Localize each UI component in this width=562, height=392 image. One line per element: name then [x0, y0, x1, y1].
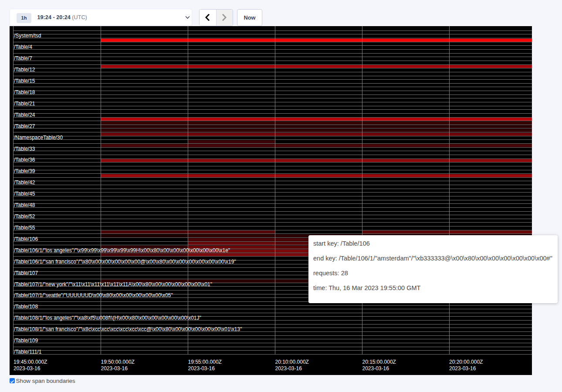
svg-text:20:15:00.000Z: 20:15:00.000Z — [362, 359, 396, 365]
svg-text:/Table/106/1/"los angeles"/"\x: /Table/106/1/"los angeles"/"\x99\x99\x99… — [14, 247, 230, 253]
svg-text:/Table/7: /Table/7 — [14, 55, 32, 61]
svg-text:/Table/48: /Table/48 — [14, 202, 35, 208]
svg-text:/Table/109: /Table/109 — [14, 338, 38, 344]
svg-text:/Table/21: /Table/21 — [14, 101, 35, 107]
svg-text:/Table/107/1/"new york"/"\x11\: /Table/107/1/"new york"/"\x11\x11\x11\x1… — [14, 281, 212, 287]
svg-text:2023-03-16: 2023-03-16 — [188, 365, 215, 372]
svg-text:/Table/4: /Table/4 — [14, 44, 32, 50]
svg-text:/Table/27: /Table/27 — [14, 123, 35, 129]
svg-text:2023-03-16: 2023-03-16 — [449, 365, 476, 372]
svg-text:/Table/107/1/"seattle"/"UUUUUU: /Table/107/1/"seattle"/"UUUUUUD\x00\x80\… — [14, 292, 173, 298]
svg-text:/System/tsd: /System/tsd — [14, 33, 41, 39]
svg-text:2023-03-16: 2023-03-16 — [101, 365, 128, 372]
svg-text:/Table/106/1/"san francisco"/": /Table/106/1/"san francisco"/"\x80\x00\x… — [14, 259, 236, 265]
svg-text:/NamespaceTable/30: /NamespaceTable/30 — [14, 135, 63, 141]
svg-text:/Table/42: /Table/42 — [14, 179, 35, 186]
svg-text:/Table/39: /Table/39 — [14, 168, 35, 174]
svg-text:/Table/15: /Table/15 — [14, 78, 35, 84]
svg-text:2023-03-16: 2023-03-16 — [14, 365, 41, 372]
svg-text:/Table/52: /Table/52 — [14, 213, 35, 220]
svg-text:2023-03-16: 2023-03-16 — [275, 365, 302, 372]
svg-text:/Table/12: /Table/12 — [14, 67, 35, 73]
svg-text:/Table/111/1: /Table/111/1 — [14, 349, 42, 355]
svg-text:2023-03-16: 2023-03-16 — [362, 365, 389, 372]
svg-text:/Table/107: /Table/107 — [14, 270, 38, 276]
svg-text:/Table/108: /Table/108 — [14, 304, 38, 310]
svg-text:/Table/45: /Table/45 — [14, 191, 35, 197]
svg-text:/Table/18: /Table/18 — [14, 89, 35, 95]
svg-text:/Table/24: /Table/24 — [14, 112, 35, 118]
svg-text:/Table/106: /Table/106 — [14, 236, 38, 242]
svg-text:/Table/36: /Table/36 — [14, 157, 35, 163]
svg-text:/Table/108/1/"san francisco"/": /Table/108/1/"san francisco"/"\x8c\xcc\x… — [14, 326, 242, 332]
svg-text:/Table/55: /Table/55 — [14, 225, 35, 231]
svg-text:/Table/108/1/"los angeles"/"\x: /Table/108/1/"los angeles"/"\xa8\xf5\u00… — [14, 315, 201, 321]
svg-text:19:50:00.000Z: 19:50:00.000Z — [101, 359, 135, 365]
svg-text:/Table/33: /Table/33 — [14, 146, 35, 152]
svg-text:19:55:00.000Z: 19:55:00.000Z — [188, 359, 222, 365]
svg-text:20:10:00.000Z: 20:10:00.000Z — [275, 359, 309, 365]
svg-text:20:20:00.000Z: 20:20:00.000Z — [449, 359, 483, 365]
svg-text:19:45:00.000Z: 19:45:00.000Z — [14, 359, 47, 365]
